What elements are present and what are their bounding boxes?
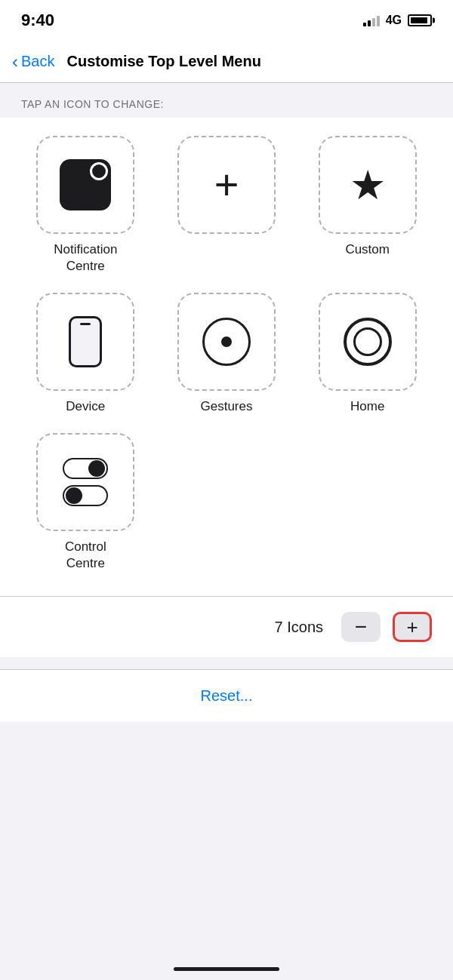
decrease-icons-button[interactable]: − <box>341 612 381 642</box>
icon-cell-control-centre[interactable]: ControlCentre <box>21 433 150 572</box>
icon-box-custom[interactable]: ★ <box>319 136 417 234</box>
icon-label-custom: Custom <box>345 241 390 258</box>
increase-icons-button[interactable]: + <box>393 612 432 642</box>
icon-cell-empty-2 <box>303 433 432 572</box>
icon-box-add[interactable]: + <box>177 136 276 234</box>
status-time: 9:40 <box>21 11 54 30</box>
signal-icon <box>363 14 380 26</box>
minus-icon: − <box>355 615 367 639</box>
icon-box-control-centre[interactable] <box>36 433 134 531</box>
bottom-toolbar: 7 Icons − + <box>0 597 453 657</box>
home-circle-icon <box>344 318 392 366</box>
icon-box-gestures[interactable] <box>177 293 276 391</box>
home-inner-circle <box>353 327 382 356</box>
control-centre-icon <box>63 458 108 506</box>
status-bar: 9:40 4G <box>0 0 453 41</box>
home-indicator <box>174 967 279 971</box>
device-phone-icon <box>69 316 102 367</box>
battery-icon <box>408 14 432 26</box>
back-chevron-icon: ‹ <box>12 53 18 71</box>
icon-cell-empty-1 <box>162 433 291 572</box>
nav-bar: ‹ Back Customise Top Level Menu <box>0 41 453 83</box>
icon-label-notification-centre: NotificationCentre <box>54 241 117 275</box>
icon-label-gestures: Gestures <box>201 398 253 415</box>
icon-label-home: Home <box>350 398 384 415</box>
toggle-on <box>63 458 108 479</box>
icon-cell-home[interactable]: Home <box>303 293 432 415</box>
icon-box-device[interactable] <box>36 293 134 391</box>
icon-cell-add[interactable]: + <box>162 136 291 275</box>
status-icons: 4G <box>363 14 432 27</box>
reset-button[interactable]: Reset... <box>201 687 253 705</box>
back-label: Back <box>21 53 54 70</box>
icons-count: 7 Icons <box>275 619 323 636</box>
gestures-circle-icon <box>202 318 251 366</box>
back-button[interactable]: ‹ Back <box>12 53 54 71</box>
toggle-off <box>63 485 108 506</box>
icon-label-control-centre: ControlCentre <box>65 539 106 572</box>
icon-cell-gestures[interactable]: Gestures <box>162 293 291 415</box>
page-title: Customise Top Level Menu <box>66 53 260 70</box>
icon-cell-device[interactable]: Device <box>21 293 150 415</box>
icons-section: NotificationCentre + ★ Custom Device <box>0 118 453 596</box>
icon-box-home[interactable] <box>319 293 417 391</box>
icons-grid: NotificationCentre + ★ Custom Device <box>21 136 432 572</box>
gestures-dot <box>221 336 232 347</box>
plus-icon: + <box>406 616 418 639</box>
icon-box-notification-centre[interactable] <box>36 136 134 234</box>
reset-section: Reset... <box>0 669 453 722</box>
icon-label-device: Device <box>66 398 105 415</box>
notification-centre-icon <box>60 159 111 210</box>
section-header: TAP AN ICON TO CHANGE: <box>0 83 453 118</box>
custom-star-icon: ★ <box>350 164 386 205</box>
bottom-area <box>0 722 453 873</box>
icon-cell-notification-centre[interactable]: NotificationCentre <box>21 136 150 275</box>
network-label: 4G <box>386 14 402 27</box>
add-plus-icon: + <box>214 164 239 206</box>
icon-cell-custom[interactable]: ★ Custom <box>303 136 432 275</box>
